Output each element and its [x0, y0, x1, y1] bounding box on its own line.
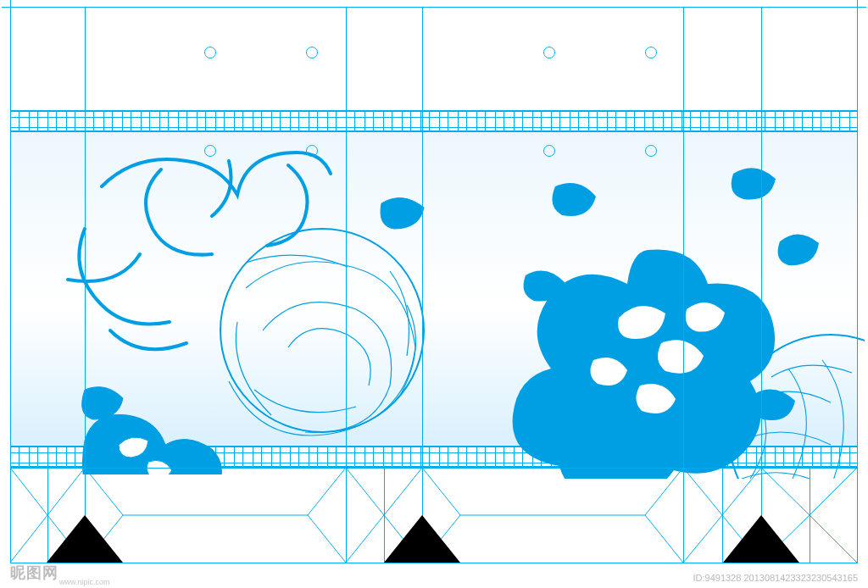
dieline-gusset-crease — [810, 468, 810, 563]
handle-hole — [204, 145, 216, 157]
handle-hole — [306, 145, 318, 157]
dieline-vfold — [857, 7, 858, 563]
watermark-id: ID:9491328 2013081423323230543165 — [693, 573, 858, 583]
watermark-site-url: www.nipic.com — [59, 578, 110, 586]
handle-hole — [543, 47, 555, 58]
handle-hole — [645, 47, 657, 58]
dieline-vfold — [422, 7, 423, 563]
dieline-bottom-fold — [10, 468, 858, 469]
handle-hole — [645, 145, 657, 157]
dieline-vfold — [346, 7, 347, 563]
bottom-notch-triangle — [384, 515, 460, 563]
dieline-bottom-edge — [10, 563, 858, 563]
reg-tick — [858, 7, 866, 8]
dieline-top-edge — [10, 7, 858, 8]
peony-art-right-panel — [475, 140, 865, 479]
dieline-vfold — [761, 7, 762, 563]
watermark-site-name: 昵图网 — [10, 563, 58, 583]
bottom-notch-triangle — [47, 515, 123, 563]
bottom-notch-triangle — [723, 515, 799, 563]
handle-hole — [306, 47, 318, 58]
dieline-vfold — [683, 7, 684, 563]
reg-tick — [2, 7, 10, 8]
lattice-border-top — [10, 110, 858, 132]
dieline-vfold — [10, 7, 11, 563]
dieline-vfold — [85, 7, 86, 563]
handle-hole — [543, 145, 555, 157]
handle-hole — [204, 47, 216, 58]
packaging-dieline-canvas: 昵图网 www.nipic.com ID:9491328 20130814233… — [0, 0, 868, 588]
peony-art-left-panel — [34, 136, 475, 474]
